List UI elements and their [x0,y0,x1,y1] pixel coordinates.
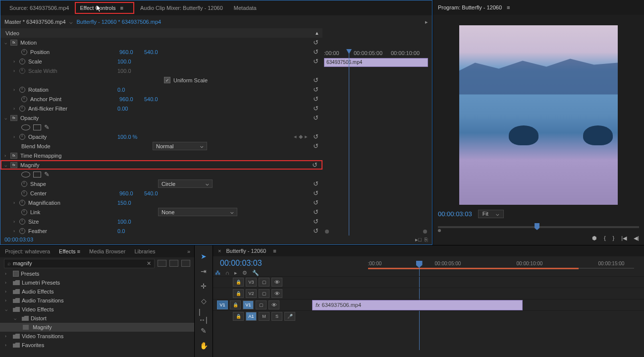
twisty-icon[interactable]: › [4,153,10,158]
ec-footer-icons[interactable]: ▸□ ⎘ [415,237,428,243]
lane-v2[interactable] [312,288,644,299]
tab-source[interactable]: Source: 634937506.mp4 [4,2,74,14]
record-icon[interactable]: 🎤 [284,312,295,321]
lock-icon[interactable]: 🔒 [233,278,244,287]
out-point-icon[interactable]: } [613,235,615,241]
tab-effect-controls[interactable]: Effect Controls ≡ [75,2,134,14]
track-v3-header[interactable]: 🔒V3▢👁 [213,276,312,288]
link-dropdown[interactable]: None⌵ [158,208,237,216]
lane-a1[interactable] [312,310,644,322]
anchor-y[interactable]: 540.0 [144,96,169,102]
stopwatch-icon[interactable] [19,134,25,140]
reset-icon[interactable]: ↻ [313,95,319,103]
twisty-icon[interactable]: ⌵ [4,116,10,120]
hand-tool-icon[interactable]: ✋ [199,341,209,351]
tree-lumetri[interactable]: ›Lumetri Presets [0,278,194,287]
tree-video-transitions[interactable]: ›Video Transitions [0,332,194,341]
twisty-icon[interactable]: › [13,200,19,205]
panel-menu-icon[interactable]: ≡ [507,4,510,10]
panel-menu-icon[interactable]: ≡ [77,248,80,254]
reset-icon[interactable]: ↻ [313,180,319,187]
timeline-clip[interactable]: fx634937506.mp4 [312,300,523,310]
stopwatch-icon[interactable] [19,59,25,64]
close-icon[interactable]: × [218,248,221,254]
source-patch[interactable]: V1 [217,300,228,309]
track-target[interactable]: V3 [246,278,257,287]
stopwatch-icon[interactable] [21,181,27,187]
fx-badge-icon[interactable]: fx [10,153,17,159]
time-remapping-row[interactable]: ›fxTime Remapping [0,151,322,160]
chevron-down-icon[interactable]: ⌵ [69,19,74,25]
track-v2-header[interactable]: 🔒V2▢👁 [213,288,312,299]
lock-icon[interactable]: 🔒 [233,289,244,298]
reset-icon[interactable]: ↻ [313,189,319,197]
in-point-icon[interactable]: { [604,235,606,241]
playhead-icon[interactable] [535,223,539,230]
zoom-handle-left[interactable] [325,230,329,234]
pen-mask-icon[interactable]: ✎ [44,123,50,131]
timeline-lanes[interactable]: fx634937506.mp4 [312,276,644,322]
snap-icon[interactable]: ⁂ [215,270,220,276]
tab-metadata[interactable]: Metadata [229,2,262,14]
opacity-value[interactable]: 100.0 % [117,134,142,140]
reset-icon[interactable]: ↻ [313,218,319,225]
pen-mask-icon[interactable]: ✎ [44,171,50,178]
ec-playhead[interactable] [349,50,349,236]
search-input[interactable] [13,260,147,266]
tree-distort[interactable]: ⌵Distort [0,314,194,323]
reset-icon[interactable]: ↻ [313,86,319,93]
track-target[interactable]: V2 [246,289,257,298]
twisty-icon[interactable]: › [13,87,19,92]
center-y[interactable]: 540.0 [144,190,169,196]
tree-presets[interactable]: ›Presets [0,269,194,278]
wrench-icon[interactable]: 🔧 [252,270,259,276]
overflow-icon[interactable]: » [187,248,190,254]
eye-icon[interactable]: 👁 [268,300,279,309]
tree-audio-effects[interactable]: ›Audio Effects [0,287,194,296]
tab-effects[interactable]: Effects ≡ [59,248,80,254]
32bit-filter-icon[interactable] [169,260,178,267]
tree-audio-transitions[interactable]: ›Audio Transitions [0,296,194,305]
lane-v3[interactable] [312,276,644,288]
clip-link[interactable]: Butterfly - 12060 * 634937506.mp4 [77,19,161,25]
tab-audio-mixer[interactable]: Audio Clip Mixer: Butterfly - 12060 [135,2,228,14]
twisty-icon[interactable]: ⌵ [4,40,10,45]
ec-mini-timeline[interactable]: :00:00 00:00:05:00 00:00:10:00 634937506… [324,50,428,67]
tab-project[interactable]: Project: whatevera [5,248,50,254]
blend-mode-dropdown[interactable]: Normal⌵ [153,142,207,150]
marker-icon[interactable]: ▸ [234,270,237,276]
tree-magnify-effect[interactable]: Magnify [0,323,194,332]
uniform-scale-checkbox[interactable]: ✓ [164,77,170,83]
panel-menu-icon[interactable]: ≡ [273,248,276,254]
opacity-effect-row[interactable]: ⌵fxOpacity↻ [0,113,322,122]
accelerated-filter-icon[interactable] [158,260,166,267]
timeline-timecode[interactable]: 00:00:03:03 [213,257,269,270]
program-scrubber[interactable] [438,221,639,231]
stopwatch-icon[interactable] [19,228,25,234]
mute-button[interactable]: M [259,312,269,321]
antiflicker-value[interactable]: 0.00 [117,106,142,112]
track-select-tool-icon[interactable]: ⇥ [199,266,209,276]
yuv-filter-icon[interactable] [181,260,190,267]
anchor-x[interactable]: 960.0 [119,96,144,102]
stopwatch-icon[interactable] [19,219,25,225]
reset-icon[interactable]: ↻ [313,199,319,206]
slip-tool-icon[interactable]: |↔| [199,311,209,321]
twisty-icon[interactable]: › [13,229,19,234]
timeline-ruler[interactable]: :00:00 00:00:05:00 00:00:10:00 00:00:15:… [368,261,644,272]
reset-icon[interactable]: ↻ [313,105,319,112]
stopwatch-icon[interactable] [19,106,25,112]
sync-lock-icon[interactable]: ▢ [259,289,269,298]
stopwatch-icon[interactable] [21,209,27,215]
ripple-edit-tool-icon[interactable]: ✛ [199,281,209,291]
linked-selection-icon[interactable]: ∩ [225,270,229,276]
fx-badge-icon[interactable]: fx [10,40,17,46]
reset-icon[interactable]: ↻ [313,39,319,46]
size-value[interactable]: 100.0 [117,219,142,225]
ellipse-mask-icon[interactable] [21,124,30,130]
position-y[interactable]: 540.0 [144,49,169,55]
magnification-value[interactable]: 150.0 [117,200,142,206]
twisty-icon[interactable]: › [13,106,19,111]
program-viewport[interactable] [433,15,644,208]
fx-badge-icon[interactable]: fx [10,115,17,121]
